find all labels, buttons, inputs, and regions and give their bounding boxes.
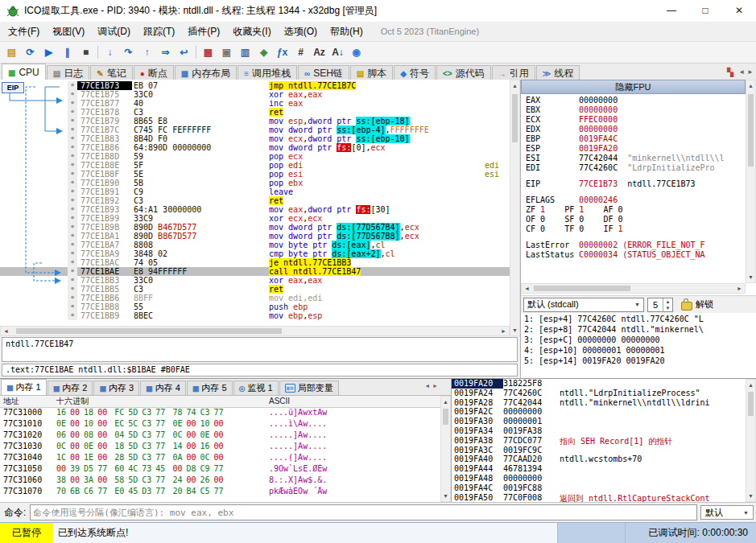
stack-row[interactable]: 0019FA5077C0F008返回到 ntdll.RtlCaptureStac… [452,493,746,502]
breakpoint-dot[interactable]: ● [68,205,77,214]
spinner-down-icon[interactable]: ▼ [663,305,672,311]
restart-icon[interactable]: ⟳ [22,44,39,61]
tab-symbols[interactable]: ◆符号 [394,65,436,80]
close-button[interactable]: ✕ [722,0,756,22]
disasm-row[interactable]: ●77CE1B73EB 07jmp ntdll.77CE1B7C [0,81,510,90]
memory-row[interactable]: 77C3106038003A00585DC377240026008.:.X]Ãw… [0,475,451,487]
breakpoint-dot[interactable]: ● [68,241,77,249]
scrollbar-thumb[interactable] [512,94,518,142]
memory-row[interactable]: 77C310300C000E00185DC37714001600.....]Ãw… [0,442,451,453]
disasm-row[interactable]: ●77CE1BB333C0xor eax,eax [0,276,510,285]
breakpoint-dot[interactable]: ● [68,152,77,161]
tab-breakpoints[interactable]: ●断点 [134,65,174,80]
tab-scroll-right-icon[interactable]: ► [747,68,754,76]
disasm-row[interactable]: ●77CE1B798B65 E8mov esp,dword ptr ss:[eb… [0,117,510,125]
tab-cpu[interactable]: ▦CPU [2,64,46,80]
tab-locals[interactable]: x=局部变量 [279,381,339,395]
minimize-button[interactable]: — [655,0,688,22]
disasm-row[interactable]: ●77CE1BA93848 02cmp byte ptr ds:[eax+2],… [0,249,510,258]
breakpoint-dot[interactable]: ● [68,232,77,241]
scroll-right-icon[interactable]: ► [498,326,509,336]
stack-row[interactable]: 0019FA4C0019FC88 [452,483,746,493]
scroll-down-icon[interactable]: ▼ [440,491,451,501]
maximize-button[interactable]: □ [688,0,722,22]
disasm-row[interactable]: ●77CE1B7533C0xor eax,eax [0,90,510,99]
register-row[interactable]: EFLAGS00000246 [521,195,746,205]
disasm-row[interactable]: ●77CE1BB68BFFmov edi,edi [0,294,510,302]
argument-row[interactable]: 1: [esp+4] 77C4260C ntdll.77C4260C "L [521,315,756,325]
register-row[interactable]: EAX00000000 [521,96,746,105]
stack-row[interactable]: 0019FA2477C4260Cntdll."LdrpInitializePro… [452,389,746,398]
flags-row[interactable]: ZF 1 PF 1 AF 0 [521,205,746,215]
breakpoint-dot[interactable]: ● [68,117,77,125]
lock-icon[interactable] [681,302,692,311]
command-input[interactable] [30,504,697,520]
menu-item[interactable]: 帮助(H) [324,23,370,41]
patches-icon[interactable]: ▩ [200,44,217,61]
memory-row[interactable]: 77C31070706BC677E045D37720B4C577pkÆwàEÓw… [0,487,451,498]
snowman-icon[interactable]: # [292,44,309,61]
stack-row[interactable]: 0019FA4077CAAD20ntdll.wcstombs+70 [452,455,746,464]
flags-row[interactable]: CF 0 TF 0 IF 1 [521,224,746,234]
execute-till-return-icon[interactable]: ↩ [176,44,192,61]
stack-row[interactable]: 0019FA4800000000 [452,474,746,483]
breakpoint-dot[interactable]: ● [68,302,77,311]
register-row[interactable]: EBX00000000 [521,105,746,115]
unlock-checkbox-label[interactable]: 解锁 [696,298,713,311]
scroll-left-icon[interactable]: ◄ [522,283,532,294]
breakpoint-dot[interactable]: ● [68,179,77,187]
stack-row[interactable]: 0019FA2877C42044ntdll."minkernel\\ntdll\… [452,398,746,408]
disasm-row[interactable]: ●77CE1B8D59pop ecx [0,152,510,161]
breakpoint-dot[interactable]: ● [68,125,77,134]
argument-row[interactable]: 4: [esp+10] 00000001 00000001 [521,346,756,356]
graph-icon[interactable]: ◈ [255,44,272,61]
tab-dump-1[interactable]: ▦内存 1 [1,379,47,395]
tab-dump-2[interactable]: ▦内存 2 [48,381,93,395]
scroll-up-icon[interactable]: ▲ [440,397,451,407]
tab-scroll-right-icon[interactable]: ► [432,383,438,389]
breakpoint-dot[interactable]: ● [68,267,77,276]
breakpoint-dot[interactable]: ● [68,258,77,267]
scroll-up-icon[interactable]: ▲ [746,80,756,91]
tab-dump-3[interactable]: ▦内存 3 [93,381,139,395]
scroll-up-icon[interactable]: ▲ [746,380,756,390]
register-row[interactable]: LastError00000002 (ERROR_FILE_NOT_F [521,241,746,250]
disasm-row[interactable]: ●77CE1BA1890D B867D577mov dword ptr ds:[… [0,232,510,241]
run-icon[interactable]: ▶ [40,44,57,61]
breakpoint-dot[interactable]: ● [68,143,77,152]
scrollbar-thumb[interactable] [443,409,448,425]
disasm-row[interactable]: ●77CE1BAC74 05je ntdll.77CE1BB3 [0,258,510,267]
register-row[interactable]: ECXFFEC0000 [521,115,746,125]
scroll-left-icon[interactable]: ◄ [1,326,11,336]
run-to-cursor-icon[interactable]: ⇒ [157,44,174,61]
disasm-row[interactable]: ●77CE1B9B890D B467D577mov dword ptr ds:[… [0,223,510,232]
disasm-row[interactable]: ●77CE1BA78808mov byte ptr ds:[eax],cl [0,241,510,249]
disasm-row[interactable]: ●77CE1B8664:890D 00000000mov dword ptr f… [0,143,510,152]
breakpoint-dot[interactable]: ● [68,294,77,302]
disasm-row[interactable]: ●77CE1B92C3ret [0,196,510,205]
tab-scroll-left-icon[interactable]: ◄ [424,383,430,389]
breakpoint-dot[interactable]: ● [68,223,77,232]
assemble-icon[interactable]: A↓ [329,44,346,61]
menu-item[interactable]: 插件(P) [181,23,226,41]
argument-row[interactable]: 2: [esp+8] 77C42044 ntdll."minkernel\ [521,325,756,335]
stack-row[interactable]: 0019FA340019FA38 [452,426,746,436]
register-row[interactable]: LastStatusC0000034 (STATUS_OBJECT_NA [521,250,746,260]
breakpoint-dot[interactable]: ● [68,187,77,196]
menu-item[interactable]: 跟踪(T) [137,23,181,41]
disasm-row[interactable]: ●77CE1B8E5Fpop ediedi [0,161,510,170]
tab-source[interactable]: <>源代码 [436,65,491,80]
disasm-row[interactable]: ●77CE1B78C3ret [0,108,510,117]
memory-row[interactable]: 77C310500039D577604C734500D8C977.9Õw`LsE… [0,464,451,475]
memory-row[interactable]: 77C310401C001E00285DC3770A000C00....(]Ãw… [0,453,451,464]
tab-script[interactable]: ▤脚本 [350,65,393,80]
disasm-row[interactable]: ●77CE1B9364:A1 30000000mov eax,dword ptr… [0,205,510,214]
scroll-down-icon[interactable]: ▼ [510,325,520,335]
disasm-row[interactable]: ●77CE1BB98BECmov ebp,esp [0,311,510,320]
pause-icon[interactable]: ∥ [59,44,76,61]
case-icon[interactable]: Az [311,44,328,61]
tab-memory-map[interactable]: ▦内存布局 [175,65,237,80]
calling-convention-select[interactable]: 默认 (stdcall) ▼ [523,298,644,312]
tab-notes[interactable]: ✎笔记 [90,65,132,80]
scrollbar-thumb[interactable] [534,286,630,291]
